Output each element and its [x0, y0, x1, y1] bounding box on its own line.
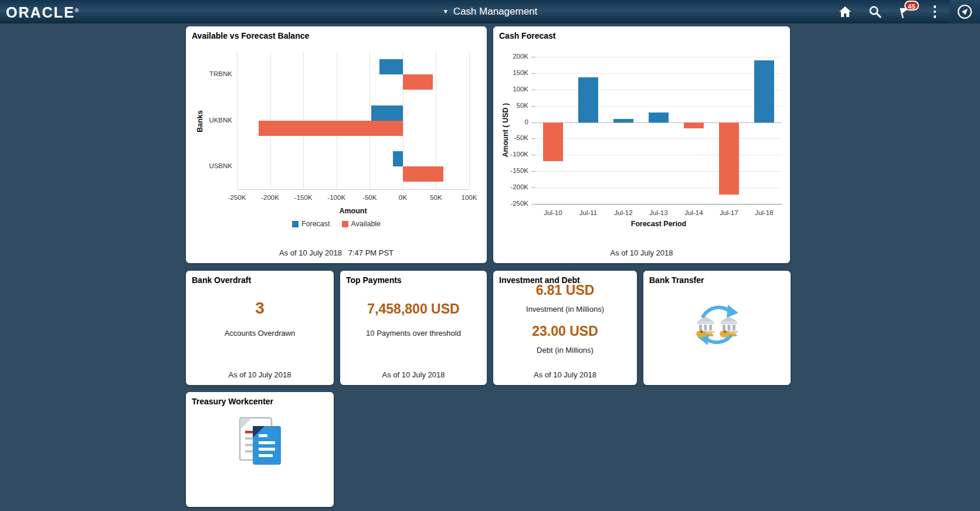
as-of-timestamp: As of 10 July 2018	[340, 370, 487, 379]
home-icon	[838, 5, 852, 19]
top-payments-label: 10 Payments over threshold	[340, 329, 487, 338]
cash-forecast-plot: 200K150K100K50K0-50K-100K-150K-200K-250K…	[535, 57, 782, 204]
search-icon	[868, 5, 882, 19]
navbar-compass-icon	[957, 4, 973, 20]
available-forecast-plot: -250K-200K-150K-100K-50K0K50K100KTRBNKUK…	[237, 52, 469, 190]
treasury-workcenter-icon	[233, 413, 287, 472]
tile-bank-overdraft[interactable]: Bank Overdraft 3 Accounts Overdrawn As o…	[186, 271, 334, 385]
as-of-timestamp: As of 10 July 2018	[493, 248, 790, 257]
as-of-timestamp: As of 10 July 2018	[493, 370, 637, 379]
home-button[interactable]	[837, 4, 853, 19]
investment-label: Investment (in Millions)	[493, 305, 637, 314]
tile-title: Available vs Forecast Balance	[192, 31, 309, 40]
tile-available-vs-forecast-balance[interactable]: Available vs Forecast Balance Banks -250…	[186, 26, 487, 263]
page-title: Cash Management	[453, 6, 538, 18]
overdraft-count-label: Accounts Overdrawn	[186, 329, 334, 338]
tile-treasury-workcenter[interactable]: Treasury Workcenter	[186, 392, 334, 507]
x-axis-title: Amount	[237, 207, 469, 215]
investment-value: 6.81 USD	[493, 282, 637, 298]
bank-transfer-icon	[689, 299, 745, 352]
chevron-down-icon: ▼	[443, 9, 449, 15]
registered-mark: ®	[75, 8, 79, 13]
as-of-timestamp: As of 10 July 2018 7:47 PM PST	[186, 248, 487, 257]
overdraft-count-value: 3	[186, 299, 334, 318]
chart-legend: ForecastAvailable	[186, 220, 487, 228]
navbar-button[interactable]	[950, 0, 980, 23]
legend-item: Available	[342, 220, 381, 228]
tile-title: Bank Overdraft	[192, 275, 251, 285]
x-axis-title: Forecast Period	[535, 220, 782, 228]
debt-label: Debt (in Millions)	[493, 346, 637, 355]
page-title-dropdown[interactable]: ▼ Cash Management	[443, 6, 538, 18]
tile-title: Top Payments	[346, 275, 402, 285]
tile-cash-forecast[interactable]: Cash Forecast Amount ( USD ) 200K150K100…	[493, 26, 790, 263]
legend-item: Forecast	[292, 220, 330, 228]
tile-title: Treasury Workcenter	[192, 397, 273, 406]
oracle-logo: ORACLE®	[6, 0, 79, 25]
notification-count-badge: 45	[904, 1, 919, 11]
tile-investment-and-debt[interactable]: Investment and Debt 6.81 USD Investment …	[493, 271, 637, 385]
notifications-button[interactable]: 45	[897, 4, 913, 19]
as-of-timestamp: As of 10 July 2018	[186, 370, 334, 379]
actions-menu-button[interactable]	[927, 4, 942, 19]
tile-title: Cash Forecast	[499, 31, 555, 40]
global-header: ORACLE® ▼ Cash Management 45	[0, 0, 980, 23]
tile-top-payments[interactable]: Top Payments 7,458,800 USD 10 Payments o…	[340, 271, 487, 385]
top-payments-value: 7,458,800 USD	[340, 301, 487, 317]
debt-value: 23.00 USD	[493, 323, 637, 339]
tile-title: Bank Transfer	[649, 275, 704, 285]
kebab-menu-icon	[934, 5, 937, 18]
search-button[interactable]	[867, 4, 883, 19]
tile-bank-transfer[interactable]: Bank Transfer	[643, 271, 791, 385]
